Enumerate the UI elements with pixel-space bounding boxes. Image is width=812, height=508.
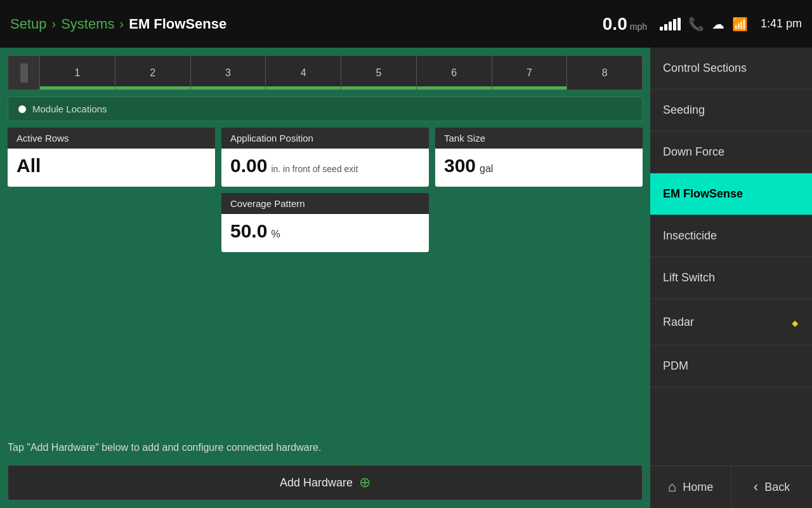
section-tab-4[interactable]: 4 [266, 56, 341, 90]
sidebar-label-radar: Radar [663, 316, 694, 329]
coverage-pattern-label: Coverage Pattern [221, 193, 429, 214]
sidebar-item-pdm[interactable]: PDM [650, 345, 812, 387]
section-tabs[interactable]: 1 2 3 4 5 6 7 8 [8, 55, 643, 90]
section-tab-1[interactable]: 1 [40, 56, 115, 90]
sidebar-item-lift-switch[interactable]: Lift Switch [650, 257, 812, 299]
home-button[interactable]: ⌂ Home [650, 466, 731, 508]
wifi-icon: 📶 [732, 17, 748, 32]
sidebar-label-seeding: Seeding [663, 104, 705, 117]
coverage-pattern-value: 50.0 [230, 220, 267, 242]
application-position-card[interactable]: Application Position 0.00 in. in front o… [221, 128, 429, 187]
section-tab-6[interactable]: 6 [417, 56, 492, 90]
section-tab-5[interactable]: 5 [341, 56, 417, 90]
tank-size-label: Tank Size [435, 128, 643, 149]
speed-unit: mph [630, 22, 647, 32]
home-label: Home [683, 481, 713, 494]
sidebar-item-insecticide[interactable]: Insecticide [650, 215, 812, 257]
fields-grid: Active Rows All Application Position 0.0… [8, 128, 643, 252]
sidebar-item-seeding[interactable]: Seeding [650, 90, 812, 131]
breadcrumb: Setup › Systems › EM FlowSense [10, 16, 226, 32]
application-position-unit: in. in front of seed exit [271, 164, 358, 174]
hint-text: Tap "Add Hardware" below to add and conf… [8, 442, 643, 458]
add-hardware-icon: ⊕ [359, 474, 370, 491]
back-button[interactable]: ‹ Back [731, 466, 812, 508]
bottom-buttons: ⌂ Home ‹ Back [650, 465, 812, 508]
tank-size-value-area: 300 gal [435, 149, 643, 187]
breadcrumb-sep-1: › [52, 17, 56, 31]
module-locations-label: Module Locations [32, 104, 107, 114]
section-tab-8[interactable]: 8 [567, 56, 642, 90]
section-tab-3[interactable]: 3 [191, 56, 266, 90]
coverage-pattern-value-area: 50.0 % [221, 214, 429, 252]
sidebar-label-control-sections: Control Sections [663, 62, 747, 75]
sidebar-label-down-force: Down Force [663, 145, 724, 159]
sidebar-item-down-force[interactable]: Down Force [650, 131, 812, 173]
status-icons: 📞 ☁ 📶 [660, 17, 748, 32]
sidebar-label-lift-switch: Lift Switch [663, 271, 715, 284]
module-locations-bar[interactable]: Module Locations [8, 97, 643, 121]
sidebar-label-insecticide: Insecticide [663, 229, 717, 243]
right-sidebar: Control Sections Seeding Down Force EM F… [650, 48, 812, 508]
top-bar: Setup › Systems › EM FlowSense 0.0 mph 📞… [0, 0, 812, 48]
sidebar-item-em-flowsense[interactable]: EM FlowSense [650, 173, 812, 215]
coverage-pattern-card[interactable]: Coverage Pattern 50.0 % [221, 193, 429, 252]
speed-value: 0.0 [603, 14, 627, 34]
add-hardware-button[interactable]: Add Hardware ⊕ [8, 465, 643, 500]
breadcrumb-systems[interactable]: Systems [61, 16, 114, 32]
breadcrumb-current: EM FlowSense [129, 16, 226, 32]
breadcrumb-setup[interactable]: Setup [10, 16, 47, 32]
application-position-value-area: 0.00 in. in front of seed exit [221, 149, 429, 187]
section-tab-2[interactable]: 2 [115, 56, 191, 90]
tank-size-unit: gal [480, 163, 493, 175]
speed-display: 0.0 mph [603, 14, 647, 34]
sidebar-label-em-flowsense: EM FlowSense [663, 187, 743, 201]
tank-size-card[interactable]: Tank Size 300 gal [435, 128, 643, 187]
module-dot-icon [18, 105, 26, 113]
back-icon: ‹ [754, 479, 758, 495]
back-label: Back [764, 481, 790, 494]
radar-warning-icon: ⬥ [790, 313, 799, 331]
main-layout: 1 2 3 4 5 6 7 8 Module Locations Active … [0, 48, 812, 508]
active-rows-value: All [16, 155, 41, 177]
coverage-pattern-unit: % [271, 229, 280, 240]
add-hardware-label: Add Hardware [280, 476, 353, 490]
sidebar-item-control-sections[interactable]: Control Sections [650, 48, 812, 90]
section-tab-handle [8, 56, 40, 90]
home-icon: ⌂ [668, 479, 676, 495]
tank-size-value: 300 [444, 155, 476, 177]
sidebar-item-radar[interactable]: Radar ⬥ [650, 299, 812, 345]
sidebar-label-pdm: PDM [663, 359, 688, 373]
application-position-value: 0.00 [230, 155, 267, 177]
active-rows-label: Active Rows [8, 128, 215, 149]
cloud-icon: ☁ [712, 17, 724, 32]
left-content: 1 2 3 4 5 6 7 8 Module Locations Active … [0, 48, 650, 508]
active-rows-card[interactable]: Active Rows All [8, 128, 215, 187]
breadcrumb-sep-2: › [120, 17, 124, 31]
top-right-status: 0.0 mph 📞 ☁ 📶 1:41 pm [603, 14, 802, 34]
application-position-label: Application Position [221, 128, 429, 149]
section-tab-numbers: 1 2 3 4 5 6 7 8 [40, 56, 642, 90]
phone-icon: 📞 [688, 17, 704, 32]
section-tab-7[interactable]: 7 [492, 56, 568, 90]
time-display: 1:41 pm [761, 17, 802, 30]
signal-bars-icon [660, 18, 681, 30]
active-rows-value-area: All [8, 149, 215, 187]
